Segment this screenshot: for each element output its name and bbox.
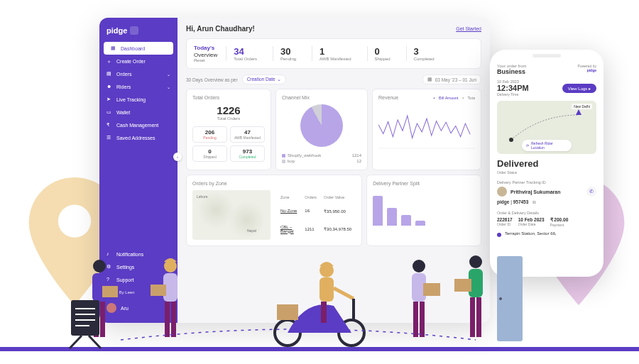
- date-range-value: 03 May '23 – 01 Jun: [435, 77, 476, 82]
- revenue-panel: Revenue • Bill Amount • Tota: [372, 89, 481, 170]
- mini-value: 206: [195, 129, 224, 136]
- sidebar-item-create-order[interactable]: ＋ Create Order: [99, 55, 178, 67]
- detail-order-date: 10 Feb 2023 Order Date: [518, 217, 545, 227]
- col-header: Orders: [302, 192, 320, 202]
- reset-link[interactable]: Reset: [194, 58, 217, 62]
- sidebar-item-label: Orders: [116, 72, 131, 77]
- stat-value: 34: [234, 46, 257, 57]
- path-dashes: [121, 326, 476, 347]
- table-row[interactable]: CBL – Bangal 1211 ₹30,34,978.50: [278, 219, 354, 238]
- stat-label: Completed: [414, 57, 435, 61]
- clipboard-icon: ▤: [106, 71, 112, 77]
- call-rider-button[interactable]: ✆: [586, 187, 596, 197]
- map-label: Lahore: [197, 194, 208, 199]
- rider-name: Prithviraj Sukumaran: [510, 189, 560, 194]
- mini-value: 47: [233, 129, 262, 136]
- sidebar-item-dashboard[interactable]: ▦ Dashboard: [104, 42, 173, 55]
- revenue-line-chart: [378, 103, 475, 153]
- mini-label: Completed: [233, 155, 262, 159]
- rupee-icon: ₹: [106, 122, 112, 128]
- address-row: Terrapin Station, Sector 66,: [497, 231, 596, 237]
- stat-value: 1: [320, 46, 351, 57]
- bookmark-icon: ☰: [106, 135, 112, 140]
- mini-box-completed: 973 Completed: [230, 145, 265, 162]
- order-status: Delivered: [497, 158, 596, 169]
- tracking-map[interactable]: New Delhi ⟳ Refresh Rider Location: [497, 101, 596, 154]
- legend-value: 1214: [352, 153, 361, 158]
- stat-shipped: 0 Shipped: [367, 46, 398, 61]
- orders-by-zone-panel: Orders by Zone Lahore Nepal Zone Orders …: [186, 175, 362, 246]
- filter-prefix: 30 Days Overview as per: [186, 77, 238, 82]
- sidebar-item-saved-addresses[interactable]: ☰ Saved Addresses: [99, 131, 178, 144]
- chevron-down-icon: ⌄: [167, 84, 170, 89]
- stat-awb: 1 AWB Manifested: [312, 46, 358, 61]
- table-row[interactable]: No-Zone 16 ₹35,950.00: [278, 204, 354, 218]
- tracking-id: 957453: [513, 199, 529, 204]
- stat-completed: 3 Completed: [406, 46, 442, 61]
- cell: ₹30,34,978.50: [321, 219, 354, 238]
- mini-label: Pending: [195, 136, 224, 140]
- svg-rect-25: [320, 277, 334, 302]
- filter-pill-creation-date[interactable]: Creation Date ⌄: [242, 75, 286, 84]
- wallet-icon: ▭: [106, 109, 112, 115]
- map-label: Nepal: [247, 228, 256, 233]
- filter-row: 30 Days Overview as per Creation Date ⌄ …: [186, 75, 481, 84]
- users-icon: ☻: [106, 84, 112, 89]
- col-header: Order Value: [321, 192, 354, 202]
- copy-icon[interactable]: ⧉: [532, 199, 536, 204]
- table-header-row: Zone Orders Order Value: [278, 192, 354, 202]
- col-header: Zone: [278, 192, 300, 202]
- refresh-location-button[interactable]: ⟳ Refresh Rider Location: [522, 140, 572, 151]
- business-name: Business: [497, 68, 526, 75]
- sidebar-collapse-button[interactable]: ‹: [173, 153, 182, 161]
- zone-map[interactable]: Lahore Nepal: [192, 190, 271, 240]
- svg-rect-31: [423, 283, 440, 296]
- zone-link[interactable]: No-Zone: [280, 209, 297, 213]
- mini-label: Shipped: [195, 155, 224, 159]
- toggle-total: Tota: [468, 96, 475, 100]
- view-logs-button[interactable]: View Logs ▸: [562, 84, 596, 93]
- bar: [373, 196, 383, 226]
- sidebar-item-riders[interactable]: ☻ Riders ⌄: [99, 80, 178, 93]
- brand-logo[interactable]: pidge: [99, 23, 178, 42]
- sidebar-item-label: Cash Management: [116, 123, 158, 128]
- stat-total-orders: 34 Total Orders: [226, 46, 264, 61]
- legend-row: Shopify_webhook 1214: [282, 153, 361, 158]
- svg-line-27: [334, 288, 354, 299]
- revenue-toggle[interactable]: • Bill Amount • Tota: [431, 96, 475, 100]
- mini-value: 973: [233, 148, 262, 155]
- mini-box-pending: 206 Pending: [192, 126, 227, 143]
- delivery-partner-panel: Delivery Partner Split: [366, 175, 481, 246]
- sidebar-item-label: Dashboard: [121, 46, 145, 51]
- sidebar-item-label: Saved Addresses: [116, 136, 155, 140]
- channel-mix-panel: Channel Mix Shopify_webhook 1214 bop 12: [275, 89, 368, 170]
- sidebar-item-cash-management[interactable]: ₹ Cash Management: [99, 118, 178, 131]
- today-overview-card: Today's Overview Reset 34 Total Orders 3…: [186, 38, 481, 69]
- detail-payment: ₹ 200.00 Payment: [550, 217, 569, 227]
- panel-title: Total Orders: [192, 95, 265, 100]
- svg-point-3: [509, 138, 513, 142]
- sidebar-item-orders[interactable]: ▤ Orders ⌄: [99, 67, 178, 80]
- total-orders-label: Total Orders: [192, 116, 265, 121]
- panel-title: Revenue: [378, 95, 398, 100]
- svg-line-15: [89, 336, 101, 348]
- svg-rect-38: [454, 279, 471, 292]
- bar: [387, 208, 397, 226]
- refresh-label: Refresh Rider Location: [531, 141, 567, 150]
- sidebar-item-label: Live Tracking: [116, 97, 146, 102]
- plus-icon: ＋: [106, 58, 112, 64]
- tracking-label: Delivery Partner Tracking ID: [497, 180, 596, 184]
- rider-avatar: [497, 187, 507, 197]
- detail-order-id: 222617 Order ID: [497, 217, 513, 227]
- order-status-sub: Order Status: [497, 170, 596, 175]
- bar: [415, 221, 425, 226]
- date-range-picker[interactable]: ▦ 03 May '23 – 01 Jun: [422, 75, 481, 84]
- zone-link[interactable]: CBL – Bangal: [280, 225, 294, 233]
- get-started-link[interactable]: Get Started: [456, 26, 481, 31]
- sidebar-item-label: Riders: [116, 84, 131, 89]
- sidebar-item-wallet[interactable]: ▭ Wallet: [99, 106, 178, 118]
- sidebar-item-live-tracking[interactable]: ➤ Live Tracking: [99, 93, 178, 106]
- tracking-id-row: pidge | 957453 ⧉: [497, 199, 596, 205]
- stat-label: Shipped: [375, 57, 390, 61]
- phone-frame: Your order from Business Powered by pidg…: [490, 50, 604, 277]
